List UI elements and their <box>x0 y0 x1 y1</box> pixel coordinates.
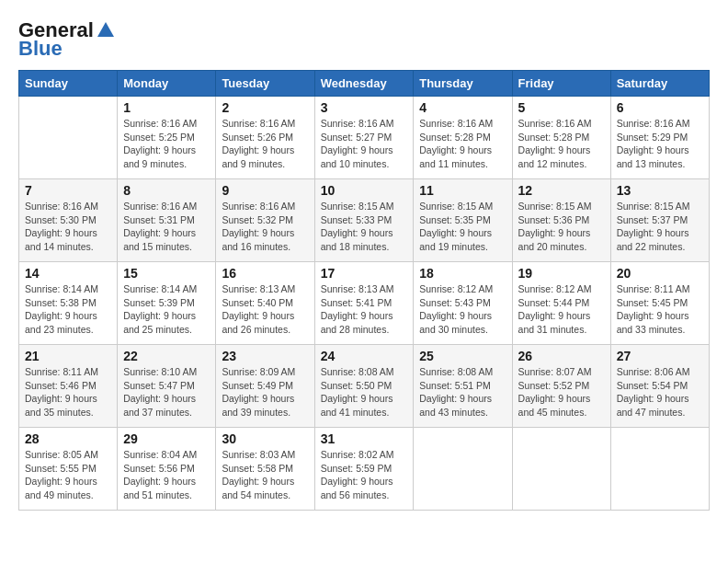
day-number: 20 <box>617 266 703 281</box>
calendar-cell: 29Sunrise: 8:04 AMSunset: 5:56 PMDayligh… <box>118 428 216 511</box>
week-row-5: 28Sunrise: 8:05 AMSunset: 5:55 PMDayligh… <box>19 428 710 511</box>
calendar-cell <box>512 428 610 511</box>
day-info: Sunrise: 8:08 AMSunset: 5:51 PMDaylight:… <box>419 365 506 419</box>
calendar-cell: 8Sunrise: 8:16 AMSunset: 5:31 PMDaylight… <box>118 179 216 262</box>
day-info: Sunrise: 8:12 AMSunset: 5:43 PMDaylight:… <box>419 282 506 337</box>
day-info: Sunrise: 8:13 AMSunset: 5:40 PMDaylight:… <box>222 282 308 337</box>
calendar-cell: 7Sunrise: 8:16 AMSunset: 5:30 PMDaylight… <box>19 179 118 262</box>
day-number: 5 <box>518 100 605 115</box>
calendar-cell: 21Sunrise: 8:11 AMSunset: 5:46 PMDayligh… <box>19 345 118 428</box>
day-info: Sunrise: 8:02 AMSunset: 5:59 PMDaylight:… <box>321 448 408 502</box>
day-info: Sunrise: 8:15 AMSunset: 5:37 PMDaylight:… <box>617 200 703 254</box>
weekday-header-tuesday: Tuesday <box>216 71 314 97</box>
day-number: 6 <box>617 100 703 115</box>
calendar-cell: 25Sunrise: 8:08 AMSunset: 5:51 PMDayligh… <box>414 345 512 428</box>
day-info: Sunrise: 8:15 AMSunset: 5:35 PMDaylight:… <box>419 200 506 254</box>
calendar-cell: 23Sunrise: 8:09 AMSunset: 5:49 PMDayligh… <box>216 345 314 428</box>
day-number: 17 <box>321 266 408 281</box>
day-info: Sunrise: 8:16 AMSunset: 5:32 PMDaylight:… <box>222 200 308 254</box>
calendar-cell: 6Sunrise: 8:16 AMSunset: 5:29 PMDaylight… <box>610 97 709 179</box>
calendar-cell: 31Sunrise: 8:02 AMSunset: 5:59 PMDayligh… <box>314 428 414 511</box>
weekday-header-wednesday: Wednesday <box>314 71 414 97</box>
calendar-cell: 18Sunrise: 8:12 AMSunset: 5:43 PMDayligh… <box>414 262 512 345</box>
calendar-cell: 20Sunrise: 8:11 AMSunset: 5:45 PMDayligh… <box>610 262 709 345</box>
calendar-cell: 11Sunrise: 8:15 AMSunset: 5:35 PMDayligh… <box>414 179 512 262</box>
day-number: 21 <box>25 349 111 363</box>
day-info: Sunrise: 8:05 AMSunset: 5:55 PMDaylight:… <box>25 448 111 502</box>
weekday-header-monday: Monday <box>118 71 216 97</box>
week-row-3: 14Sunrise: 8:14 AMSunset: 5:38 PMDayligh… <box>19 262 710 345</box>
day-number: 31 <box>321 431 408 446</box>
day-number: 25 <box>419 349 506 363</box>
day-info: Sunrise: 8:11 AMSunset: 5:45 PMDaylight:… <box>617 282 703 337</box>
calendar-cell: 30Sunrise: 8:03 AMSunset: 5:58 PMDayligh… <box>216 428 314 511</box>
day-info: Sunrise: 8:08 AMSunset: 5:50 PMDaylight:… <box>321 365 408 419</box>
calendar-cell: 2Sunrise: 8:16 AMSunset: 5:26 PMDaylight… <box>216 97 314 179</box>
day-info: Sunrise: 8:16 AMSunset: 5:28 PMDaylight:… <box>518 117 605 171</box>
logo: General Blue <box>18 18 116 61</box>
calendar-cell: 13Sunrise: 8:15 AMSunset: 5:37 PMDayligh… <box>610 179 709 262</box>
week-row-1: 1Sunrise: 8:16 AMSunset: 5:25 PMDaylight… <box>19 97 710 179</box>
day-number: 14 <box>25 266 111 281</box>
day-number: 22 <box>123 349 210 363</box>
day-number: 23 <box>222 349 308 363</box>
day-info: Sunrise: 8:16 AMSunset: 5:27 PMDaylight:… <box>321 117 408 171</box>
calendar-cell: 9Sunrise: 8:16 AMSunset: 5:32 PMDaylight… <box>216 179 314 262</box>
day-info: Sunrise: 8:13 AMSunset: 5:41 PMDaylight:… <box>321 282 408 337</box>
day-number: 18 <box>419 266 506 281</box>
weekday-header-saturday: Saturday <box>610 71 709 97</box>
calendar-cell: 22Sunrise: 8:10 AMSunset: 5:47 PMDayligh… <box>118 345 216 428</box>
weekday-header-thursday: Thursday <box>414 71 512 97</box>
day-info: Sunrise: 8:11 AMSunset: 5:46 PMDaylight:… <box>25 365 111 419</box>
day-info: Sunrise: 8:09 AMSunset: 5:49 PMDaylight:… <box>222 365 308 419</box>
day-number: 8 <box>123 183 210 198</box>
week-row-2: 7Sunrise: 8:16 AMSunset: 5:30 PMDaylight… <box>19 179 710 262</box>
header: General Blue <box>18 18 710 61</box>
day-number: 19 <box>518 266 605 281</box>
day-number: 26 <box>518 349 605 363</box>
week-row-4: 21Sunrise: 8:11 AMSunset: 5:46 PMDayligh… <box>19 345 710 428</box>
calendar-cell: 10Sunrise: 8:15 AMSunset: 5:33 PMDayligh… <box>314 179 414 262</box>
day-number: 7 <box>25 183 111 198</box>
day-number: 4 <box>419 100 506 115</box>
day-number: 27 <box>617 349 703 363</box>
day-info: Sunrise: 8:12 AMSunset: 5:44 PMDaylight:… <box>518 282 605 337</box>
day-number: 11 <box>419 183 506 198</box>
weekday-header-friday: Friday <box>512 71 610 97</box>
day-number: 24 <box>321 349 408 363</box>
day-info: Sunrise: 8:06 AMSunset: 5:54 PMDaylight:… <box>617 365 703 419</box>
day-info: Sunrise: 8:16 AMSunset: 5:26 PMDaylight:… <box>222 117 308 171</box>
day-info: Sunrise: 8:03 AMSunset: 5:58 PMDaylight:… <box>222 448 308 502</box>
day-number: 30 <box>222 431 308 446</box>
day-number: 12 <box>518 183 605 198</box>
day-number: 13 <box>617 183 703 198</box>
day-number: 3 <box>321 100 408 115</box>
weekday-header-sunday: Sunday <box>19 71 118 97</box>
calendar-cell: 24Sunrise: 8:08 AMSunset: 5:50 PMDayligh… <box>314 345 414 428</box>
day-number: 2 <box>222 100 308 115</box>
svg-marker-0 <box>97 22 114 37</box>
day-number: 29 <box>123 431 210 446</box>
day-info: Sunrise: 8:14 AMSunset: 5:38 PMDaylight:… <box>25 282 111 337</box>
calendar-cell: 12Sunrise: 8:15 AMSunset: 5:36 PMDayligh… <box>512 179 610 262</box>
day-number: 15 <box>123 266 210 281</box>
day-info: Sunrise: 8:04 AMSunset: 5:56 PMDaylight:… <box>123 448 210 502</box>
day-number: 28 <box>25 431 111 446</box>
day-info: Sunrise: 8:14 AMSunset: 5:39 PMDaylight:… <box>123 282 210 337</box>
calendar-cell: 16Sunrise: 8:13 AMSunset: 5:40 PMDayligh… <box>216 262 314 345</box>
calendar-cell <box>19 97 118 179</box>
calendar-cell: 17Sunrise: 8:13 AMSunset: 5:41 PMDayligh… <box>314 262 414 345</box>
page-container: General Blue SundayMondayTuesdayWednesda… <box>18 18 710 511</box>
weekday-header-row: SundayMondayTuesdayWednesdayThursdayFrid… <box>19 71 710 97</box>
day-number: 16 <box>222 266 308 281</box>
day-number: 1 <box>123 100 210 115</box>
day-info: Sunrise: 8:16 AMSunset: 5:30 PMDaylight:… <box>25 200 111 254</box>
day-number: 9 <box>222 183 308 198</box>
calendar-cell <box>414 428 512 511</box>
logo-icon <box>96 20 116 40</box>
calendar-table: SundayMondayTuesdayWednesdayThursdayFrid… <box>18 70 710 511</box>
calendar-cell: 14Sunrise: 8:14 AMSunset: 5:38 PMDayligh… <box>19 262 118 345</box>
calendar-cell: 4Sunrise: 8:16 AMSunset: 5:28 PMDaylight… <box>414 97 512 179</box>
calendar-cell: 3Sunrise: 8:16 AMSunset: 5:27 PMDaylight… <box>314 97 414 179</box>
calendar-cell: 26Sunrise: 8:07 AMSunset: 5:52 PMDayligh… <box>512 345 610 428</box>
